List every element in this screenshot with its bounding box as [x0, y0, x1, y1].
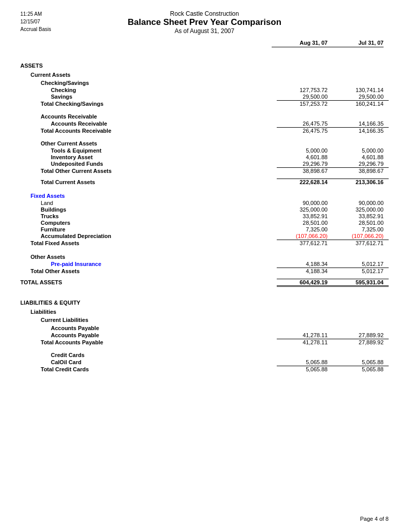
- total-other-assets-col2: 5,012.17: [333, 268, 389, 274]
- total-other-current-row: Total Other Current Assets 38,898.67 38,…: [20, 167, 389, 174]
- total-accounts-payable-col1: 41,278.11: [277, 339, 333, 345]
- checking-row: Checking 127,753.72 130,741.14: [20, 87, 389, 93]
- ar-row: Accounts Receivable 26,475.75 14,166.35: [20, 121, 389, 127]
- total-other-current-label: Total Other Current Assets: [20, 168, 277, 174]
- assets-label: ASSETS: [20, 63, 389, 69]
- report-subtitle: As of August 31, 2007: [20, 27, 389, 35]
- prepaid-col1: 4,188.34: [277, 261, 333, 267]
- land-row: Land 90,000.00 90,000.00: [20, 200, 389, 206]
- savings-label: Savings: [20, 94, 277, 100]
- page-number: Page 4 of 8: [360, 516, 389, 522]
- total-checking-col1: 157,253.72: [277, 100, 333, 107]
- total-other-current-col2: 38,898.67: [333, 167, 389, 174]
- accounts-payable-col1: 41,278.11: [277, 332, 333, 338]
- total-accounts-payable-col2: 27,889.92: [333, 339, 389, 345]
- current-liabilities-label: Current Liabilities: [41, 317, 389, 323]
- credit-cards-section-label: Credit Cards: [51, 352, 389, 358]
- accum-dep-col1: (107,066.20): [277, 233, 333, 239]
- accounts-payable-section-label: Accounts Payable: [51, 325, 389, 331]
- basis: Accrual Basis: [20, 26, 51, 32]
- total-fixed-label: Total Fixed Assets: [20, 240, 277, 246]
- inventory-row: Inventory Asset 4,601.88 4,601.88: [20, 154, 389, 160]
- accounts-payable-row: Accounts Payable 41,278.11 27,889.92: [20, 332, 389, 338]
- total-ar-row: Total Accounts Receivable 26,475.75 14,1…: [20, 127, 389, 134]
- total-checking-row: Total Checking/Savings 157,253.72 160,24…: [20, 100, 389, 107]
- accum-dep-col2: (107,066.20): [333, 233, 389, 239]
- total-credit-cards-col1: 5,065.88: [277, 366, 333, 372]
- checking-label: Checking: [20, 87, 277, 93]
- total-credit-cards-label: Total Credit Cards: [20, 366, 277, 372]
- inventory-col1: 4,601.88: [277, 154, 333, 160]
- tools-row: Tools & Equipment 5,000.00 5,000.00: [20, 147, 389, 154]
- liabilities-label: Liabilities: [31, 309, 389, 315]
- land-col1: 90,000.00: [277, 200, 333, 206]
- total-current-assets-col1: 222,628.14: [277, 179, 333, 185]
- report-title: Balance Sheet Prev Year Comparison: [20, 17, 389, 27]
- tools-col2: 5,000.00: [333, 147, 389, 154]
- caloil-col2: 5,065.88: [333, 359, 389, 365]
- company-name: Rock Castle Construction: [20, 10, 389, 17]
- undeposited-label: Undeposited Funds: [20, 161, 277, 167]
- checking-col1: 127,753.72: [277, 87, 333, 93]
- total-other-assets-col1: 4,188.34: [277, 268, 333, 274]
- land-label: Land: [20, 200, 277, 206]
- caloil-label: CalOil Card: [20, 359, 277, 365]
- total-current-assets-col2: 213,306.16: [333, 179, 389, 185]
- checking-savings-label: Checking/Savings: [41, 80, 389, 86]
- total-checking-col2: 160,241.14: [333, 100, 389, 107]
- total-ar-col1: 26,475.75: [277, 127, 333, 134]
- prepaid-row: Pre-paid Insurance 4,188.34 5,012.17: [20, 261, 389, 267]
- total-assets-col2: 595,931.04: [333, 279, 389, 287]
- total-fixed-row: Total Fixed Assets 377,612.71 377,612.71: [20, 240, 389, 246]
- buildings-col2: 325,000.00: [333, 206, 389, 213]
- accum-dep-label: Accumulated Depreciation: [20, 233, 277, 239]
- undeposited-col2: 29,296.79: [333, 161, 389, 167]
- caloil-row: CalOil Card 5,065.88 5,065.88: [20, 359, 389, 365]
- column-headers: Aug 31, 07 Jul 31, 07: [20, 40, 389, 47]
- savings-col1: 29,500.00: [277, 94, 333, 100]
- total-other-assets-row: Total Other Assets 4,188.34 5,012.17: [20, 268, 389, 274]
- total-assets-col1: 604,429.19: [277, 279, 333, 287]
- furniture-col2: 7,325.00: [333, 226, 389, 232]
- ar-col2: 14,166.35: [333, 121, 389, 127]
- buildings-row: Buildings 325,000.00 325,000.00: [20, 206, 389, 213]
- total-assets-row: TOTAL ASSETS 604,429.19 595,931.04: [20, 279, 389, 287]
- furniture-label: Furniture: [20, 226, 277, 232]
- other-assets-label: Other Assets: [31, 254, 389, 260]
- caloil-col1: 5,065.88: [277, 359, 333, 365]
- computers-col2: 28,501.00: [333, 220, 389, 226]
- savings-row: Savings 29,500.00 29,500.00: [20, 94, 389, 100]
- ar-col1: 26,475.75: [277, 121, 333, 127]
- report-header: Rock Castle Construction Balance Sheet P…: [20, 10, 389, 35]
- liabilities-equity-label: LIABILITIES & EQUITY: [20, 300, 389, 306]
- undeposited-col1: 29,296.79: [277, 161, 333, 167]
- total-other-current-col1: 38,898.67: [277, 167, 333, 174]
- col1-header: Aug 31, 07: [272, 40, 328, 47]
- inventory-label: Inventory Asset: [20, 154, 277, 160]
- ar-label: Accounts Receivable: [20, 121, 277, 127]
- total-checking-label: Total Checking/Savings: [20, 101, 277, 107]
- computers-row: Computers 28,501.00 28,501.00: [20, 220, 389, 226]
- buildings-label: Buildings: [20, 206, 277, 213]
- prepaid-col2: 5,012.17: [333, 261, 389, 267]
- trucks-label: Trucks: [20, 213, 277, 219]
- total-ar-col2: 14,166.35: [333, 127, 389, 134]
- total-accounts-payable-row: Total Accounts Payable 41,278.11 27,889.…: [20, 339, 389, 345]
- furniture-col1: 7,325.00: [277, 226, 333, 232]
- computers-col1: 28,501.00: [277, 220, 333, 226]
- tools-col1: 5,000.00: [277, 147, 333, 154]
- tools-label: Tools & Equipment: [20, 147, 277, 154]
- date: 12/15/07: [20, 19, 40, 24]
- land-col2: 90,000.00: [333, 200, 389, 206]
- total-accounts-payable-label: Total Accounts Payable: [20, 339, 277, 345]
- inventory-col2: 4,601.88: [333, 154, 389, 160]
- col2-header: Jul 31, 07: [328, 40, 384, 47]
- ar-section-label: Accounts Receivable: [41, 113, 389, 120]
- trucks-col1: 33,852.91: [277, 213, 333, 219]
- undeposited-row: Undeposited Funds 29,296.79 29,296.79: [20, 161, 389, 167]
- prepaid-label: Pre-paid Insurance: [20, 261, 277, 267]
- total-ar-label: Total Accounts Receivable: [20, 128, 277, 134]
- fixed-assets-label: Fixed Assets: [31, 193, 389, 199]
- buildings-col1: 325,000.00: [277, 206, 333, 213]
- page-footer: Page 4 of 8: [360, 516, 389, 522]
